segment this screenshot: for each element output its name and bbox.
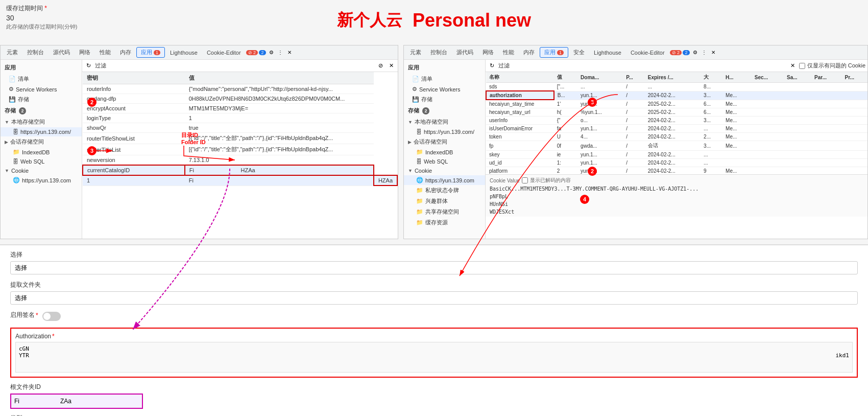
refresh-icon-left[interactable]: ↻ <box>84 61 93 70</box>
enable-sign-toggle[interactable] <box>42 312 61 321</box>
cookie-value: ["... <box>554 83 577 91</box>
more-icon-left[interactable]: ⋮ <box>276 49 284 57</box>
sidebar-item-manifest-right[interactable]: 📄清单 <box>404 74 485 84</box>
sidebar-item-yun139-local[interactable]: 🗄https://yun.139.com/ <box>1 127 82 136</box>
tab-lighthouse-left[interactable]: Lighthouse <box>166 49 202 57</box>
tab-memory-left[interactable]: 内存 <box>116 48 135 57</box>
tab-elements-right[interactable]: 元素 <box>406 48 425 57</box>
tab-memory-right[interactable]: 内存 <box>519 48 539 57</box>
cookie-row[interactable]: sds ["... ... / ... 8... <box>486 83 867 91</box>
refresh-icon-right[interactable]: ↻ <box>488 61 496 70</box>
sidebar-item-service-workers[interactable]: ⚙Service Workers <box>1 84 82 94</box>
delete-icon-right[interactable]: ✕ <box>788 61 797 70</box>
sidebar-item-websql-right[interactable]: 🗄Web SQL <box>404 157 485 166</box>
form-group-type: 类型 新的个人盘 <box>10 414 858 416</box>
table-row[interactable]: routerTitleShowList [{"id":"/","title":"… <box>83 133 397 144</box>
sidebar-item-interest-groups[interactable]: 📁兴趣群体 <box>404 196 485 206</box>
tab-cookie-editor-right[interactable]: Cookie-Editor <box>626 49 669 57</box>
table-row[interactable]: routerInfo {"modName":"personal","httpUr… <box>83 84 397 94</box>
sidebar-item-private-state-tokens[interactable]: 📁私密状态令牌 <box>404 185 485 196</box>
table-row[interactable]: newversion 7.13.1.0 <box>83 155 397 166</box>
tab-network-left[interactable]: 网络 <box>75 48 94 57</box>
close-icon-left[interactable]: ✕ <box>285 49 294 57</box>
tab-console-right[interactable]: 控制台 <box>426 48 451 57</box>
tab-console-left[interactable]: 控制台 <box>23 48 48 57</box>
cookie-name: userInfo <box>486 117 554 125</box>
tab-security-right[interactable]: 安全 <box>569 48 589 57</box>
type-label: 类型 <box>10 414 858 416</box>
table-row-highlighted[interactable]: currentCatalogID Fi HZAa <box>83 165 397 175</box>
cookie-row-authorization[interactable]: authorization B... yun.1... / 2024-02-2.… <box>486 91 867 100</box>
auth-value-line1: cGN <box>19 345 849 352</box>
sidebar-item-manifest[interactable]: 📄清单 <box>1 74 82 84</box>
cookie-row[interactable]: platform 2 yun.1... / 2024-02-2... 9 Me.… <box>486 167 867 175</box>
cookie-row[interactable]: skey ie yun.1... / 2024-02-2... ... <box>486 151 867 159</box>
cookie-row[interactable]: userInfo {" o... / 2024-02-2... 3... Me.… <box>486 117 867 125</box>
cookie-path: / <box>623 151 645 159</box>
sidebar-item-indexeddb[interactable]: 📁IndexedDB <box>1 147 82 157</box>
tab-sources-left[interactable]: 源代码 <box>49 48 74 57</box>
table-cell-key: routerTitleShowList <box>83 133 185 144</box>
table-row[interactable]: encryptAccount MTM1MTE5MDY3MjE= <box>83 104 397 113</box>
sidebar-item-storage-right[interactable]: 💾存储 <box>404 94 485 105</box>
cookie-domain: yun.1... <box>577 91 623 100</box>
show-decoded-checkbox[interactable] <box>522 177 528 183</box>
sidebar-item-storage-header[interactable]: 💾存储 <box>1 94 82 105</box>
left-main-area: ↻ 过滤 ⊘ ✕ 密钥 值 <box>82 60 398 239</box>
table-cell-key: gwdang-dfp <box>83 94 185 104</box>
tab-performance-right[interactable]: 性能 <box>499 48 518 57</box>
sidebar-item-websql[interactable]: 🗄Web SQL <box>1 157 82 166</box>
sidebar-item-yun139-local-right[interactable]: 🗄https://yun.139.com/ <box>404 127 485 136</box>
tab-performance-left[interactable]: 性能 <box>95 48 115 57</box>
sidebar-item-cache-resources[interactable]: 📁缓存资源 <box>404 217 485 228</box>
tab-application-right[interactable]: 应用 1 <box>540 47 568 58</box>
delete-icon-left[interactable]: ⊘ <box>376 61 385 70</box>
cookie-row[interactable]: ud_id 1: yun.1... / 2024-02-2... ... <box>486 159 867 167</box>
sidebar-cookie-group[interactable]: Cookie <box>1 166 82 175</box>
cookie-row[interactable]: fp 0f gwda... / 会话 3... Me... <box>486 141 867 151</box>
sidebar-local-storage-group[interactable]: 本地存储空间 <box>1 117 82 127</box>
table-row[interactable]: loginType 1 <box>83 113 397 123</box>
settings-icon-right[interactable]: ⚙ <box>691 49 699 57</box>
cookie-row[interactable]: token U 4... / 2024-02-2... 2... Me... <box>486 133 867 141</box>
tab-network-right[interactable]: 网络 <box>478 48 498 57</box>
settings-icon-left[interactable]: ⚙ <box>267 49 275 57</box>
table-row[interactable]: gwdang-dfp 0H88kUZe0VPNEH8N6D3M0CK2kUtq6… <box>83 94 397 104</box>
sidebar-item-cookie-yun139[interactable]: 🌐https://yun.139.com <box>1 175 82 185</box>
sidebar-item-indexeddb-right[interactable]: 📁IndexedDB <box>404 147 485 157</box>
table-row[interactable]: routerTitleList [{"id":"/","title":"全部",… <box>83 144 397 155</box>
sidebar-section-app-right: 应用 <box>404 62 485 74</box>
cookie-row[interactable]: hecaiyun_stay_time 1' yun.1... / 2025-02… <box>486 100 867 108</box>
cookie-row[interactable]: isUserDomainError fa yun.1... / 2024-02-… <box>486 125 867 133</box>
more-icon-right[interactable]: ⋮ <box>700 49 708 57</box>
sidebar-item-sw-right[interactable]: ⚙Service Workers <box>404 84 485 94</box>
tab-lighthouse-right[interactable]: Lighthouse <box>590 49 625 57</box>
tab-cookie-editor-left[interactable]: Cookie-Editor <box>203 49 245 57</box>
cookie-size: ... <box>701 151 722 159</box>
tab-sources-right[interactable]: 源代码 <box>452 48 477 57</box>
auth-label: Authorization * <box>15 333 853 340</box>
table-row-selected[interactable]: 1 Fi HZAa <box>83 175 397 186</box>
sidebar-session-storage-group[interactable]: 会话存储空间 <box>1 136 82 147</box>
col-secure: Sec... <box>752 72 784 83</box>
sidebar-cookie-group-right[interactable]: Cookie <box>404 166 485 175</box>
cookie-expires: ... <box>645 83 701 91</box>
table-cell-key: currentCatalogID <box>83 165 185 175</box>
form-group-root-folder: 根文件夹ID Fi ZAa <box>10 383 858 409</box>
sidebar-local-storage-right[interactable]: 本地存储空间 <box>404 117 485 127</box>
select-dropdown[interactable]: 选择 <box>10 261 858 274</box>
table-row[interactable]: showQr true <box>83 123 397 133</box>
sidebar-session-storage-right[interactable]: 会话存储空间 <box>404 136 485 147</box>
clear-icon-left[interactable]: ✕ <box>387 61 396 70</box>
tab-application-left[interactable]: 应用 1 <box>136 47 165 58</box>
tab-elements-left[interactable]: 元素 <box>3 48 22 57</box>
sidebar-item-shared-storage[interactable]: 📁共享存储空间 <box>404 206 485 217</box>
sidebar-item-cookie-yun139-right[interactable]: 🌐https://yun.139.com <box>404 175 485 185</box>
col-value: 值 <box>185 72 374 84</box>
extract-select[interactable]: 选择 <box>10 291 858 305</box>
col-partitioned: Par... <box>811 72 842 83</box>
close-icon-right[interactable]: ✕ <box>709 49 717 57</box>
show-only-problems-checkbox[interactable] <box>799 63 805 69</box>
cookie-domain: 4... <box>577 133 623 141</box>
cookie-row[interactable]: hecaiyun_stay_url h( %yun.1... / 2025-02… <box>486 108 867 117</box>
